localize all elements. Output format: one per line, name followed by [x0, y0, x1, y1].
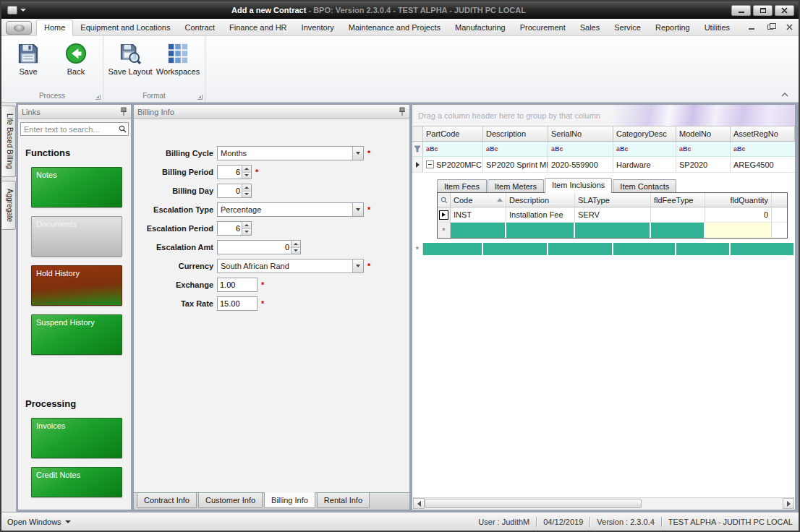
spin-up-icon[interactable]: [242, 166, 251, 172]
invoices-button[interactable]: Invoices: [31, 418, 122, 458]
filter-cell-description[interactable]: aBc: [483, 142, 548, 156]
ribbon-tab-contract[interactable]: Contract: [178, 20, 223, 35]
new-cell-categorydesc[interactable]: [613, 243, 676, 255]
application-menu-button[interactable]: [6, 21, 32, 35]
cell-partcode[interactable]: SP2020MFC: [423, 157, 483, 172]
search-icon[interactable]: [116, 125, 128, 133]
cell-modelno[interactable]: SP2020: [676, 157, 731, 172]
column-header-partcode[interactable]: PartCode: [423, 126, 483, 141]
detail-column-fldfeetype[interactable]: fldFeeType: [651, 193, 705, 207]
tab-customer-info[interactable]: Customer Info: [198, 493, 263, 508]
spin-up-icon[interactable]: [242, 222, 251, 228]
collapse-detail-icon[interactable]: [426, 160, 434, 168]
new-cell-modelno[interactable]: [676, 243, 731, 255]
ribbon-tab-manufacturing[interactable]: Manufacturing: [448, 20, 513, 35]
ribbon-tab-inventory[interactable]: Inventory: [294, 20, 341, 35]
pin-icon[interactable]: [120, 107, 127, 116]
dropdown-arrow-icon[interactable]: [352, 203, 363, 216]
grid-new-row[interactable]: *: [412, 243, 795, 255]
suspend-history-button[interactable]: Suspend History: [31, 314, 122, 355]
ribbon-minimize-button[interactable]: [745, 22, 758, 32]
ribbon-tab-equipment-and-locations[interactable]: Equipment and Locations: [73, 20, 177, 35]
spin-up-icon[interactable]: [242, 184, 251, 191]
new-cell-partcode[interactable]: [423, 243, 483, 255]
maximize-button[interactable]: [753, 5, 773, 16]
ribbon-tab-reporting[interactable]: Reporting: [648, 20, 697, 35]
new-cell-description[interactable]: [483, 243, 548, 255]
detail-column-slatype[interactable]: SLAType: [575, 193, 651, 207]
tab-item-fees[interactable]: Item Fees: [437, 179, 487, 192]
ribbon-tab-utilities[interactable]: Utilities: [697, 20, 737, 35]
detail-cell-slatype[interactable]: SERV: [575, 207, 651, 222]
detail-new-cell-description[interactable]: [506, 223, 575, 238]
detail-new-cell-fldfeetype[interactable]: [651, 223, 705, 238]
cell-serialno[interactable]: 2020-559900: [548, 157, 613, 172]
escalation-type-combo[interactable]: Percentage: [217, 202, 364, 217]
grid-data-row[interactable]: SP2020MFC SP2020 Sprint MFC 2020-559900 …: [412, 157, 795, 173]
filter-type-abc-icon[interactable]: aBc: [486, 146, 498, 153]
filter-cell-partcode[interactable]: aBc: [423, 142, 483, 156]
side-tab-aggregate[interactable]: Aggregate: [2, 181, 16, 230]
ribbon-tab-maintenance-and-projects[interactable]: Maintenance and Projects: [341, 20, 448, 35]
tab-item-meters[interactable]: Item Meters: [488, 179, 544, 192]
workspaces-button[interactable]: Workspaces: [156, 40, 200, 79]
detail-cell-fldquantity[interactable]: 0: [705, 207, 772, 222]
billing-period-input[interactable]: [218, 166, 242, 179]
filter-type-abc-icon[interactable]: aBc: [551, 146, 563, 153]
cell-assetregno[interactable]: AREG4500: [731, 157, 795, 172]
filter-type-abc-icon[interactable]: aBc: [679, 146, 692, 153]
escalation-period-input[interactable]: [218, 222, 242, 235]
escalation-amt-input[interactable]: [218, 241, 291, 254]
cell-description[interactable]: SP2020 Sprint MFC: [483, 157, 548, 172]
currency-combo[interactable]: South African Rand: [217, 259, 364, 273]
filter-type-abc-icon[interactable]: aBc: [733, 146, 746, 153]
detail-new-cell-fldquantity[interactable]: [705, 223, 772, 238]
scroll-left-button[interactable]: [413, 498, 425, 509]
detail-column-code[interactable]: Code: [451, 193, 506, 207]
hold-history-button[interactable]: Hold History: [31, 265, 122, 306]
detail-cell-code[interactable]: INST: [451, 207, 506, 222]
spin-down-icon[interactable]: [292, 247, 300, 254]
collapse-ribbon-button[interactable]: [778, 90, 791, 100]
credit-notes-button[interactable]: Credit Notes: [31, 467, 122, 497]
filter-type-abc-icon[interactable]: aBc: [426, 146, 438, 153]
billing-day-input[interactable]: [218, 184, 242, 197]
filter-cell-categorydesc[interactable]: aBc: [613, 142, 676, 156]
scroll-right-button[interactable]: [783, 498, 794, 509]
close-button[interactable]: [775, 5, 794, 16]
documents-button[interactable]: Documents: [31, 216, 122, 257]
tab-billing-info[interactable]: Billing Info: [264, 492, 315, 508]
tab-contract-info[interactable]: Contract Info: [137, 493, 197, 508]
exchange-input[interactable]: [217, 278, 258, 292]
quick-access-dropdown-icon[interactable]: [20, 9, 26, 12]
detail-cell-description[interactable]: Installation Fee: [506, 207, 575, 222]
column-header-description[interactable]: Description: [483, 126, 548, 141]
column-header-modelno[interactable]: ModelNo: [676, 126, 731, 141]
tax-rate-input[interactable]: [217, 296, 258, 311]
pin-icon[interactable]: [399, 107, 406, 116]
new-cell-assetregno[interactable]: [731, 243, 795, 255]
ribbon-tab-service[interactable]: Service: [607, 20, 648, 35]
detail-new-row[interactable]: *: [438, 223, 787, 238]
ribbon-tab-finance-and-hr[interactable]: Finance and HR: [222, 20, 294, 35]
column-header-serialno[interactable]: SerialNo: [548, 126, 613, 141]
ribbon-tab-procurement[interactable]: Procurement: [513, 20, 573, 35]
column-header-assetregno[interactable]: AssetRegNo: [731, 126, 795, 141]
links-search-input[interactable]: [21, 125, 116, 134]
column-header-categorydesc[interactable]: CategoryDesc: [613, 126, 676, 141]
tab-item-inclusions[interactable]: Item Inclusions: [545, 178, 612, 193]
search-icon[interactable]: [441, 197, 448, 204]
filter-type-abc-icon[interactable]: aBc: [616, 146, 629, 153]
scrollbar-thumb[interactable]: [425, 499, 642, 508]
dropdown-arrow-icon[interactable]: [352, 259, 363, 273]
save-button[interactable]: Save: [6, 40, 51, 79]
tab-rental-info[interactable]: Rental Info: [317, 493, 370, 508]
filter-cell-modelno[interactable]: aBc: [676, 142, 731, 156]
spin-down-icon[interactable]: [242, 172, 251, 179]
notes-button[interactable]: Notes: [31, 167, 122, 207]
spin-down-icon[interactable]: [242, 191, 251, 198]
back-button[interactable]: Back: [54, 40, 98, 79]
ribbon-tab-sales[interactable]: Sales: [573, 20, 608, 35]
side-tab-life-based-billing[interactable]: Life Based Billing: [2, 106, 16, 177]
spin-up-icon[interactable]: [292, 241, 300, 247]
